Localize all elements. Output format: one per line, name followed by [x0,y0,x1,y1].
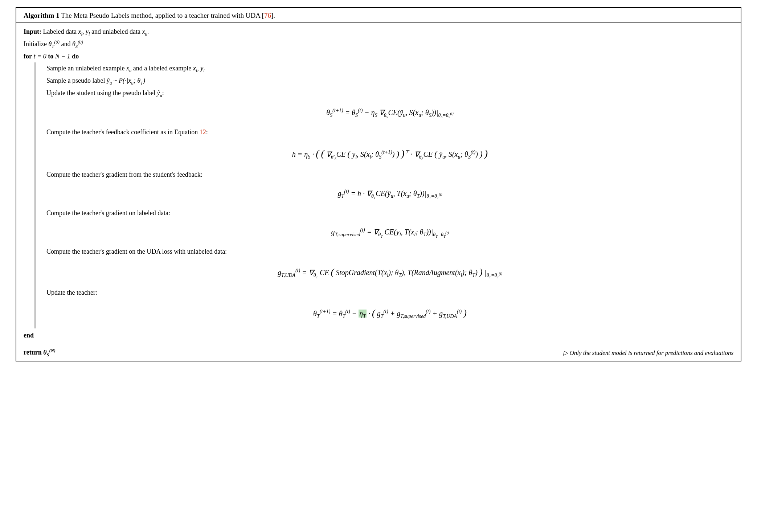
do-keyword: do [72,53,79,60]
return-value: θS(N) [43,349,56,356]
comment-text: Only the student model is returned for p… [569,349,733,356]
for-block: Sample an unlabeled example xu and a lab… [24,62,733,328]
end-line: end [24,330,733,341]
equation-6: θT(t+1) = θT(t) − ηT · ( gT(t) + gT,supe… [46,305,733,322]
equation-2: h = ηS · ( ( ∇θ'SCE ( yl, S(xl; θS(t+1))… [46,144,733,163]
for-var: t = 0 [33,53,48,60]
algorithm-header: Algorithm 1 The Meta Pseudo Labels metho… [16,8,741,23]
to-keyword: to [48,53,53,60]
step-sample-pseudolabel: Sample a pseudo label ŷu ~ P(·|xu; θT) [46,75,733,87]
algorithm-box: Algorithm 1 The Meta Pseudo Labels metho… [16,7,741,361]
algorithm-title: The Meta Pseudo Labels method, applied t… [61,12,275,19]
step-teacher-gradient-labeled: Compute the teacher's gradient on labele… [46,208,733,219]
step-update-student: Update the student using the pseudo labe… [46,87,733,99]
highlight-eta-t: ηT [359,310,367,318]
input-line: Input: Labeled data xl, yl and unlabeled… [24,26,733,38]
equation-5: gT,UDA(t) = ∇θT CE ( StopGradient(T(xl);… [46,264,733,281]
initialize-line: Initialize θT(0) and θS(0) [24,38,733,50]
step-teacher-gradient-uda: Compute the teacher's gradient on the UD… [46,246,733,257]
step-feedback-coeff: Compute the teacher's feedback coefficie… [46,127,733,138]
return-comment: ▷ Only the student model is returned for… [563,349,733,357]
input-label: Input: [24,28,41,35]
for-keyword: for [24,53,32,60]
for-line: for t = 0 to N − 1 do [24,51,733,62]
end-keyword: end [24,332,34,339]
step-teacher-gradient-feedback: Compute the teacher's gradient from the … [46,169,733,180]
algorithm-label: Algorithm 1 [24,12,60,19]
equation-ref-12: 12 [200,128,206,136]
equation-4: gT,supervised(t) = ∇θT CE(yl, T(xl; θT))… [46,225,733,240]
return-keyword: return [24,349,42,356]
input-text: Labeled data xl, yl and unlabeled data x… [43,28,149,35]
step-update-teacher: Update the teacher: [46,287,733,298]
equation-1: θS(t+1) = θS(t) − ηS ∇θSCE(ŷu, S(xu; θS)… [46,106,733,120]
for-content: Sample an unlabeled example xu and a lab… [36,62,733,328]
reference-76: 76 [264,12,271,19]
for-range: N − 1 [55,53,72,60]
return-statement: return θS(N) [24,348,56,358]
algorithm-footer: return θS(N) ▷ Only the student model is… [16,345,741,361]
equation-3: gT(t) = h · ∇θTCE(ŷu, T(xu; θT))|θT=θT(t… [46,187,733,201]
algorithm-body: Input: Labeled data xl, yl and unlabeled… [16,23,741,345]
step-sample-unlabeled: Sample an unlabeled example xu and a lab… [46,63,733,75]
